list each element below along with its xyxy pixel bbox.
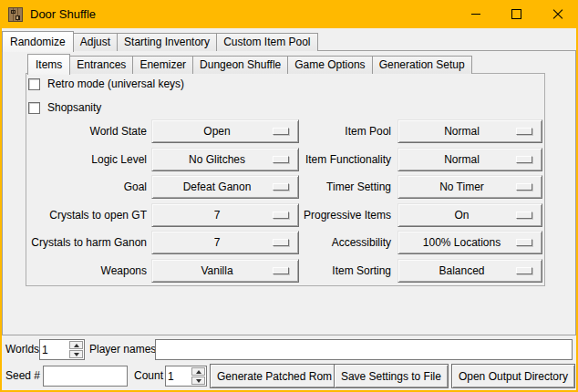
player-names-label: Player names (89, 339, 156, 360)
dropdown-indicator-icon (273, 267, 289, 274)
tab-starting-inventory[interactable]: Starting Inventory (117, 33, 217, 51)
crystals-harm-ganon-dropdown[interactable]: 7 (151, 231, 299, 254)
sub-tab-dungeon-shuffle[interactable]: Dungeon Shuffle (192, 56, 288, 74)
app-door-icon (8, 7, 23, 22)
retro-mode-label: Retro mode (universal keys) (47, 77, 184, 90)
item-functionality-label: Item Functionality (300, 153, 391, 166)
arrow-up-icon (74, 344, 79, 347)
crystals-open-gt-row: Crystals to open GT 7 (28, 203, 299, 227)
close-icon (552, 9, 563, 20)
weapons-dropdown[interactable]: Vanilla (151, 259, 299, 283)
goal-label: Goal (28, 181, 147, 193)
accessibility-row: Accessibility 100% Locations (300, 231, 542, 254)
open-output-directory-button[interactable]: Open Output Directory (451, 364, 575, 388)
item-sorting-label: Item Sorting (300, 264, 391, 277)
retro-mode-checkbox[interactable] (28, 78, 40, 90)
timer-setting-value: No Timer (439, 181, 484, 193)
caption-buttons (455, 0, 578, 28)
world-state-value: Open (203, 125, 230, 138)
dropdown-indicator-icon (516, 211, 532, 219)
logic-level-label: Logic Level (28, 153, 147, 166)
logic-level-dropdown[interactable]: No Glitches (151, 148, 299, 171)
arrow-down-icon (196, 379, 201, 383)
item-pool-label: Item Pool (300, 125, 391, 138)
worlds-label: Worlds (5, 339, 39, 360)
main-tab-bar: Randomize Adjust Starting Inventory Cust… (2, 30, 317, 51)
close-button[interactable] (537, 0, 578, 28)
goal-value: Defeat Ganon (183, 181, 252, 193)
shopsanity-checkbox[interactable] (28, 102, 40, 114)
world-state-label: World State (28, 125, 147, 138)
sub-tab-enemizer[interactable]: Enemizer (132, 56, 193, 74)
count-spin-down-button[interactable] (191, 377, 205, 385)
count-spin-up-button[interactable] (191, 367, 205, 376)
footer-right-buttons: Save Settings to File Open Output Direct… (334, 364, 575, 388)
sub-tab-entrances[interactable]: Entrances (69, 56, 133, 74)
seed-input[interactable] (43, 366, 128, 387)
item-functionality-dropdown[interactable]: Normal (397, 148, 542, 171)
maximize-icon (511, 9, 521, 19)
count-input[interactable] (166, 366, 191, 386)
dropdown-indicator-icon (273, 128, 289, 135)
dropdown-indicator-icon (273, 239, 289, 246)
dropdown-indicator-icon (516, 156, 532, 163)
crystals-harm-ganon-row: Crystals to harm Ganon 7 (28, 231, 299, 254)
item-pool-dropdown[interactable]: Normal (397, 119, 542, 143)
item-functionality-value: Normal (444, 153, 480, 166)
window-title: Door Shuffle (30, 7, 96, 21)
worlds-spinbox (39, 339, 85, 360)
dropdown-indicator-icon (516, 267, 532, 274)
dropdown-indicator-icon (516, 239, 532, 246)
retro-mode-row: Retro mode (universal keys) (28, 77, 184, 91)
timer-setting-label: Timer Setting (300, 181, 391, 193)
count-spin-buttons (191, 367, 205, 385)
item-sorting-row: Item Sorting Balanced (300, 259, 542, 283)
count-label: Count (134, 364, 163, 388)
logic-level-row: Logic Level No Glitches (28, 148, 299, 171)
window-border-left (0, 28, 2, 392)
dropdown-indicator-icon (273, 156, 289, 163)
worlds-input[interactable] (40, 340, 68, 359)
accessibility-label: Accessibility (300, 236, 391, 249)
accessibility-dropdown[interactable]: 100% Locations (397, 231, 542, 254)
seed-label: Seed # (5, 364, 40, 388)
crystals-harm-ganon-value: 7 (214, 236, 221, 249)
tab-randomize[interactable]: Randomize (2, 31, 74, 52)
worlds-spin-down-button[interactable] (69, 350, 83, 358)
arrow-down-icon (74, 353, 79, 356)
generate-patched-rom-button[interactable]: Generate Patched Rom (210, 364, 339, 388)
save-settings-button[interactable]: Save Settings to File (334, 364, 449, 388)
sub-tab-game-options[interactable]: Game Options (287, 56, 372, 74)
maximize-button[interactable] (496, 0, 537, 28)
world-state-dropdown[interactable]: Open (151, 119, 299, 143)
progressive-items-label: Progressive Items (300, 209, 391, 222)
minimize-button[interactable] (455, 0, 496, 28)
item-functionality-row: Item Functionality Normal (300, 148, 542, 171)
goal-dropdown[interactable]: Defeat Ganon (151, 175, 299, 199)
item-sorting-dropdown[interactable]: Balanced (397, 259, 542, 283)
accessibility-value: 100% Locations (423, 236, 501, 249)
progressive-items-row: Progressive Items On (300, 203, 542, 227)
worlds-spin-buttons (69, 341, 83, 358)
dropdown-indicator-icon (516, 128, 532, 135)
progressive-items-value: On (454, 209, 469, 222)
weapons-value: Vanilla (201, 264, 232, 277)
dropdown-indicator-icon (273, 183, 289, 191)
shopsanity-label: Shopsanity (47, 101, 101, 114)
crystals-open-gt-value: 7 (214, 209, 221, 222)
goal-row: Goal Defeat Ganon (28, 175, 299, 199)
crystals-open-gt-label: Crystals to open GT (28, 209, 147, 222)
tab-custom-item-pool[interactable]: Custom Item Pool (216, 33, 317, 51)
timer-setting-dropdown[interactable]: No Timer (397, 175, 542, 199)
count-spinbox (165, 366, 207, 387)
worlds-spin-up-button[interactable] (69, 341, 83, 349)
sub-tab-items[interactable]: Items (27, 54, 70, 75)
titlebar: Door Shuffle (0, 0, 578, 28)
crystals-harm-ganon-label: Crystals to harm Ganon (28, 236, 147, 249)
crystals-open-gt-dropdown[interactable]: 7 (151, 203, 299, 227)
tab-adjust[interactable]: Adjust (73, 33, 118, 51)
dropdown-indicator-icon (273, 211, 289, 219)
sub-tab-generation-setup[interactable]: Generation Setup (372, 56, 472, 74)
progressive-items-dropdown[interactable]: On (397, 203, 542, 227)
player-names-input[interactable] (155, 339, 573, 360)
